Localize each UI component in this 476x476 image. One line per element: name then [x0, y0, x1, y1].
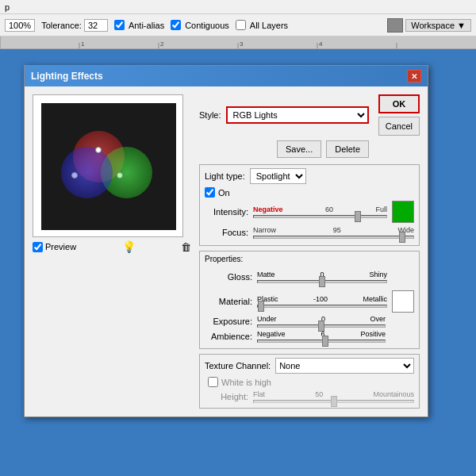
- on-checkbox[interactable]: [205, 187, 215, 198]
- gloss-slider[interactable]: [257, 280, 387, 283]
- workspace-icon: [387, 18, 403, 33]
- blue-light: [61, 147, 113, 198]
- ambience-label: Ambience:: [205, 332, 252, 341]
- anti-alias-checkbox[interactable]: [114, 20, 125, 30]
- texture-label: Texture Channel:: [205, 361, 271, 370]
- ruler: 1 2 3 4: [0, 36, 476, 49]
- close-button[interactable]: ✕: [407, 70, 421, 83]
- intensity-slider[interactable]: [253, 215, 387, 218]
- material-swatch[interactable]: [392, 290, 414, 313]
- anti-alias-control: Anti-alias: [114, 20, 164, 30]
- light-bulb-icon: 💡: [122, 240, 136, 253]
- dialog-title: Lighting Effects: [31, 71, 103, 82]
- gloss-row: Gloss: Matte 0 Shiny: [205, 266, 414, 288]
- handle-green[interactable]: [117, 172, 123, 178]
- height-row: Height: Flat 50 Mountainous: [205, 390, 414, 403]
- contiguous-label: Contiguous: [185, 21, 229, 30]
- right-panel: Style: RGB Lights OK Cancel Save... Dele…: [191, 94, 420, 409]
- height-container: Flat 50 Mountainous: [253, 390, 414, 403]
- exposure-label: Exposure:: [205, 317, 252, 326]
- rgb-lights-visual: [57, 123, 160, 210]
- style-label: Style:: [199, 110, 221, 120]
- white-is-high-row: White is high: [205, 377, 414, 387]
- tolerance-control: Tolerance:: [41, 19, 108, 32]
- light-type-label: Light type:: [205, 171, 245, 181]
- zoom-control: 100%: [5, 19, 35, 32]
- properties-section: Properties: Gloss: Matte 0 Shiny: [199, 251, 420, 349]
- ok-cancel-buttons: OK Cancel: [378, 94, 420, 136]
- handle-blue[interactable]: [71, 172, 78, 178]
- ok-button[interactable]: OK: [378, 94, 420, 113]
- handle-red[interactable]: [95, 147, 102, 153]
- all-layers-control: All Layers: [236, 20, 288, 30]
- exposure-container: Under 0 Over: [257, 315, 386, 328]
- workspace-control: Workspace ▼: [387, 18, 471, 33]
- tolerance-input[interactable]: [84, 19, 108, 32]
- preview-checkbox-row: Preview: [33, 242, 76, 252]
- app-title: p: [5, 2, 10, 12]
- ambience-row: Ambience: Negative 6 Positive: [205, 330, 414, 343]
- focus-label: Focus:: [205, 228, 248, 237]
- delete-button[interactable]: Delete: [326, 140, 369, 158]
- exposure-slider[interactable]: [257, 324, 386, 328]
- material-container: Plastic -100 Metallic: [257, 295, 387, 308]
- texture-row: Texture Channel: None: [205, 358, 414, 374]
- contiguous-control: Contiguous: [171, 20, 229, 30]
- focus-row: Focus: Narrow 95 Wide: [205, 226, 414, 239]
- preview-label: Preview: [45, 242, 76, 251]
- focus-slider[interactable]: [253, 236, 414, 239]
- intensity-slider-container: Negative 60 Full: [253, 205, 387, 218]
- dialog-body: Preview 💡 🗑 Style: RGB Lights OK Cance: [25, 86, 428, 416]
- menu-bar: p: [0, 0, 476, 14]
- svg-text:4: 4: [319, 40, 323, 48]
- on-label: On: [218, 188, 230, 198]
- workspace-button[interactable]: Workspace ▼: [405, 19, 471, 32]
- gloss-container: Matte 0 Shiny: [257, 271, 387, 283]
- ambience-slider[interactable]: [257, 340, 386, 343]
- save-button[interactable]: Save...: [277, 140, 321, 158]
- canvas-area: Lighting Effects ✕: [0, 49, 476, 476]
- color-swatch[interactable]: [392, 201, 414, 223]
- ambience-container: Negative 6 Positive: [257, 330, 386, 343]
- dialog-titlebar: Lighting Effects ✕: [25, 66, 428, 86]
- gloss-label: Gloss:: [205, 272, 252, 282]
- light-type-row: Light type: Spotlight: [205, 168, 414, 184]
- tolerance-label: Tolerance:: [41, 21, 82, 30]
- zoom-value[interactable]: 100%: [5, 19, 35, 32]
- exposure-row: Exposure: Under 0 Over: [205, 315, 414, 328]
- preview-panel: Preview 💡 🗑: [33, 94, 191, 409]
- preview-inner: [41, 103, 176, 230]
- toolbar: 100% Tolerance: Anti-alias Contiguous Al…: [0, 14, 476, 36]
- material-slider[interactable]: [257, 305, 387, 308]
- anti-alias-label: Anti-alias: [129, 21, 164, 30]
- cancel-button[interactable]: Cancel: [378, 117, 420, 136]
- light-type-section: Light type: Spotlight On Intensity:: [199, 164, 420, 246]
- texture-select[interactable]: None: [275, 358, 414, 374]
- preview-controls: Preview 💡 🗑: [33, 240, 191, 253]
- material-row: Material: Plastic -100 Metallic: [205, 290, 414, 313]
- height-slider[interactable]: [253, 400, 414, 403]
- all-layers-checkbox[interactable]: [236, 20, 246, 30]
- save-delete-row: Save... Delete: [199, 140, 420, 158]
- svg-text:2: 2: [160, 40, 164, 48]
- texture-section: Texture Channel: None White is high Heig…: [199, 354, 420, 409]
- height-label: Height:: [205, 392, 248, 401]
- preview-canvas: [33, 94, 183, 237]
- preview-checkbox[interactable]: [33, 242, 43, 252]
- material-label: Material:: [205, 297, 252, 306]
- light-type-select[interactable]: Spotlight: [250, 168, 306, 184]
- lighting-effects-dialog: Lighting Effects ✕: [24, 65, 428, 417]
- contiguous-checkbox[interactable]: [171, 20, 181, 30]
- on-row: On: [205, 187, 414, 198]
- style-select[interactable]: RGB Lights: [226, 106, 369, 124]
- svg-text:1: 1: [81, 40, 85, 48]
- trash-icon[interactable]: 🗑: [181, 241, 191, 253]
- ruler-marks: 1 2 3 4: [0, 36, 476, 49]
- svg-text:3: 3: [240, 40, 244, 48]
- white-is-high-label: White is high: [221, 378, 271, 387]
- white-is-high-checkbox[interactable]: [208, 377, 218, 387]
- intensity-row: Intensity: Negative 60 Full: [205, 201, 414, 223]
- properties-label: Properties:: [205, 255, 414, 263]
- all-layers-label: All Layers: [250, 21, 288, 30]
- intensity-label: Intensity:: [205, 207, 248, 217]
